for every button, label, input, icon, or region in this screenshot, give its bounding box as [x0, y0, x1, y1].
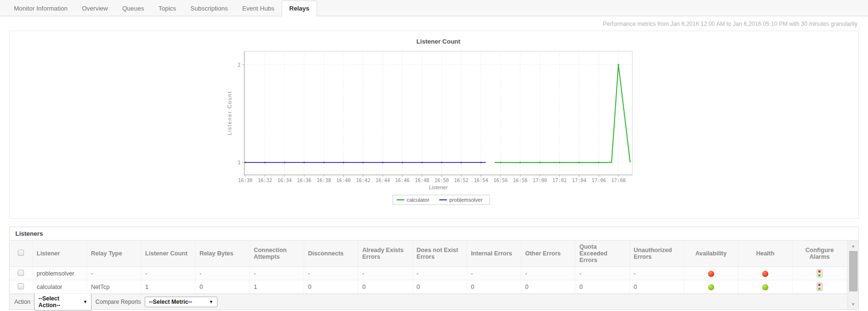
cell-listener-count: -	[141, 267, 195, 280]
series-marker-problemsolver	[264, 161, 266, 163]
series-marker-problemsolver	[401, 161, 403, 163]
cell-unauthorized-errors: 0	[629, 280, 684, 294]
tab-bar: Monitor InformationOverviewQueuesTopicsS…	[0, 0, 868, 16]
tab-relays[interactable]: Relays	[282, 0, 317, 16]
configure-alarms-icon[interactable]	[817, 269, 822, 277]
col-header-listener: Listener	[33, 241, 87, 267]
cell-health	[738, 267, 792, 280]
series-marker-calculator	[500, 161, 502, 163]
tab-subscriptions[interactable]: Subscriptions	[183, 1, 235, 16]
listeners-table-zone: ListenerRelay TypeListener CountRelay By…	[10, 241, 858, 294]
x-tick-label: 17:08	[611, 178, 626, 183]
availability-status-icon	[708, 271, 714, 277]
cell-availability	[684, 267, 738, 280]
series-marker-calculator	[617, 64, 619, 66]
series-marker-problemsolver	[382, 161, 384, 163]
series-marker-problemsolver	[244, 161, 246, 163]
x-tick-label: 17:00	[533, 178, 547, 183]
series-marker-calculator	[578, 161, 580, 163]
series-marker-problemsolver	[303, 161, 305, 163]
x-tick-label: 16:44	[376, 178, 390, 183]
scrollbar-thumb[interactable]	[849, 251, 857, 291]
health-status-icon	[762, 284, 768, 290]
compare-reports-label: Compare Reports	[95, 299, 141, 305]
chevron-down-icon: ▼	[209, 299, 213, 304]
compare-metric-select-value: --Select Metric--	[149, 299, 192, 305]
x-tick-label: 16:54	[474, 178, 488, 183]
chart-canvas: Listener Count16:3016:3216:3416:3616:381…	[204, 35, 659, 215]
cell-already-exists-errors: -	[358, 267, 412, 280]
cell-relay-bytes: 0	[195, 280, 250, 294]
cell-availability	[684, 280, 738, 294]
col-header-relay-type: Relay Type	[87, 241, 141, 267]
configure-alarms-icon[interactable]	[817, 283, 822, 291]
legend-label-calculator: calculator	[407, 197, 429, 203]
y-tick-label: 2	[238, 62, 240, 68]
series-marker-problemsolver	[421, 161, 423, 163]
series-marker-problemsolver	[323, 161, 325, 163]
health-status-icon	[762, 271, 768, 277]
chevron-down-icon: ▼	[83, 299, 87, 304]
tab-overview[interactable]: Overview	[75, 1, 115, 16]
cell-disconnects: -	[304, 267, 358, 280]
plot-border	[244, 51, 632, 175]
row-checkbox[interactable]	[18, 283, 24, 289]
x-tick-label: 16:52	[454, 178, 468, 183]
cell-relay-bytes: -	[195, 267, 250, 280]
series-marker-problemsolver	[362, 161, 364, 163]
table-row-problemsolver: problemsolver-----------	[10, 267, 847, 280]
y-axis-title: Listener Count	[227, 91, 232, 136]
x-tick-label: 16:32	[258, 178, 272, 183]
select-all-checkbox[interactable]	[18, 250, 24, 256]
listener-count-chart: Listener Count16:3016:3216:3416:3616:381…	[204, 35, 659, 215]
series-marker-calculator	[539, 161, 541, 163]
table-scrollbar[interactable]: ▲ ▼	[847, 241, 858, 310]
cell-does-not-exist-errors: 0	[412, 280, 467, 294]
row-checkbox[interactable]	[18, 270, 24, 276]
x-tick-label: 16:40	[336, 178, 351, 183]
series-marker-problemsolver	[460, 161, 462, 163]
listeners-table: ListenerRelay TypeListener CountRelay By…	[10, 241, 847, 294]
action-select[interactable]: --Select Action-- ▼	[34, 293, 91, 311]
action-bar: Action --Select Action-- ▼ Compare Repor…	[10, 294, 858, 310]
col-header-relay-bytes: Relay Bytes	[195, 241, 250, 267]
cell-does-not-exist-errors: -	[412, 267, 467, 280]
series-marker-problemsolver	[441, 161, 443, 163]
col-header-internal-errors: Internal Errors	[467, 241, 521, 267]
col-header-does-not-exist-errors: Does not Exist Errors	[412, 241, 467, 267]
x-axis-title: Listener	[429, 184, 447, 190]
col-header-other-errors: Other Errors	[521, 241, 575, 267]
compare-metric-select[interactable]: --Select Metric-- ▼	[145, 297, 217, 307]
scrollbar-down-icon[interactable]: ▼	[848, 302, 858, 307]
cell-configure-alarms	[792, 267, 846, 280]
legend-label-problemsolver: problemsolver	[449, 197, 482, 203]
x-tick-label: 16:34	[277, 178, 292, 183]
col-header-unauthorized-errors: Unauthorized Errors	[629, 241, 684, 267]
x-tick-label: 16:36	[297, 178, 311, 183]
tab-queues[interactable]: Queues	[115, 1, 151, 16]
cell-disconnects: 0	[304, 280, 358, 294]
x-tick-label: 17:02	[552, 178, 567, 183]
col-header-quota-exceeded-errors: Quota Exceeded Errors	[575, 241, 629, 267]
x-tick-label: 16:48	[415, 178, 429, 183]
series-marker-calculator	[519, 161, 521, 163]
cell-quota-exceeded-errors: -	[575, 267, 629, 280]
chart-title: Listener Count	[416, 38, 460, 45]
x-tick-label: 16:46	[395, 178, 410, 183]
tab-topics[interactable]: Topics	[151, 1, 183, 16]
x-tick-label: 17:06	[592, 178, 606, 183]
series-marker-problemsolver	[284, 161, 286, 163]
scrollbar-up-icon[interactable]: ▲	[848, 243, 858, 248]
performance-metrics-note: Performance metrics from Jan 6,2016 12:0…	[0, 16, 868, 31]
tab-monitor-information[interactable]: Monitor Information	[7, 1, 75, 16]
cell-internal-errors: -	[467, 267, 521, 280]
tab-event-hubs[interactable]: Event Hubs	[235, 1, 282, 16]
cell-connection-attempts: -	[250, 267, 304, 280]
cell-configure-alarms	[792, 280, 846, 294]
col-header-listener-count: Listener Count	[141, 241, 195, 267]
listener-count-chart-panel: Listener Count16:3016:3216:3416:3616:381…	[9, 31, 859, 219]
cell-other-errors: 0	[521, 280, 575, 294]
cell-already-exists-errors: 0	[358, 280, 412, 294]
y-tick-label: 1	[238, 160, 240, 165]
series-line-calculator	[495, 65, 630, 162]
